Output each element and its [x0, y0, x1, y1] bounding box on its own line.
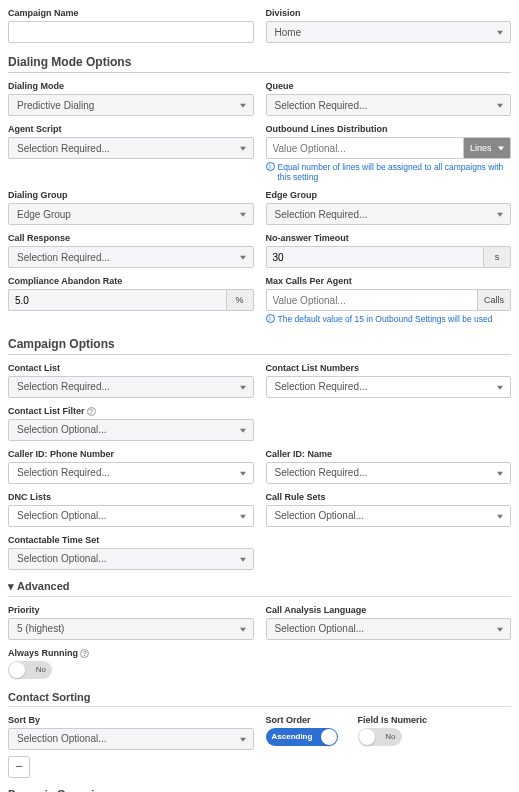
- contact-list-select[interactable]: Selection Required...: [8, 376, 254, 398]
- contactable-time-set-label: Contactable Time Set: [8, 535, 254, 545]
- queue-select[interactable]: Selection Required...: [266, 94, 512, 116]
- info-icon: i: [266, 314, 275, 323]
- no-answer-timeout-unit: s: [483, 246, 511, 268]
- division-value: Home: [275, 27, 302, 38]
- compliance-abandon-rate-unit: %: [226, 289, 254, 311]
- contactable-time-set-select[interactable]: Selection Optional...: [8, 548, 254, 570]
- caller-id-name-select[interactable]: Selection Required...: [266, 462, 512, 484]
- contact-list-filter-label: Contact List Filter?: [8, 406, 254, 416]
- contact-list-numbers-label: Contact List Numbers: [266, 363, 512, 373]
- caret-down-icon: ▾: [8, 580, 14, 593]
- info-icon: i: [266, 162, 275, 171]
- contact-sorting-header: Contact Sorting: [8, 691, 511, 707]
- dialing-group-label: Dialing Group: [8, 190, 254, 200]
- sort-by-label: Sort By: [8, 715, 254, 725]
- queue-label: Queue: [266, 81, 512, 91]
- help-icon[interactable]: ?: [87, 407, 96, 416]
- division-select[interactable]: Home: [266, 21, 512, 43]
- dialing-group-value: Edge Group: [17, 209, 71, 220]
- max-calls-per-agent-label: Max Calls Per Agent: [266, 276, 512, 286]
- dnc-lists-label: DNC Lists: [8, 492, 254, 502]
- call-analysis-language-select[interactable]: Selection Optional...: [266, 618, 512, 640]
- contact-list-numbers-select[interactable]: Selection Required...: [266, 376, 512, 398]
- outbound-lines-dist-input[interactable]: [266, 137, 464, 159]
- toggle-knob: [9, 662, 25, 678]
- advanced-header[interactable]: ▾Advanced: [8, 580, 511, 597]
- compliance-abandon-rate-label: Compliance Abandon Rate: [8, 276, 254, 286]
- outbound-lines-dist-label: Outbound Lines Distribution: [266, 124, 512, 134]
- call-rule-sets-select[interactable]: Selection Optional...: [266, 505, 512, 527]
- field-is-numeric-toggle[interactable]: No: [358, 728, 402, 746]
- queue-value: Selection Required...: [275, 100, 368, 111]
- sort-order-toggle[interactable]: Ascending: [266, 728, 338, 746]
- priority-label: Priority: [8, 605, 254, 615]
- help-icon[interactable]: ?: [80, 649, 89, 658]
- edge-group-value: Selection Required...: [275, 209, 368, 220]
- always-running-toggle[interactable]: No: [8, 661, 52, 679]
- outbound-lines-info: iEqual number of lines will be assigned …: [266, 162, 512, 182]
- dynamic-queueing-header: Dynamic Queueing: [8, 788, 511, 792]
- dialing-group-select[interactable]: Edge Group: [8, 203, 254, 225]
- field-is-numeric-label: Field Is Numeric: [358, 715, 428, 725]
- no-answer-timeout-input[interactable]: [266, 246, 484, 268]
- remove-sort-button[interactable]: –: [8, 756, 30, 778]
- edge-group-select[interactable]: Selection Required...: [266, 203, 512, 225]
- priority-select[interactable]: 5 (highest): [8, 618, 254, 640]
- max-calls-per-agent-input[interactable]: [266, 289, 477, 311]
- caller-id-phone-label: Caller ID: Phone Number: [8, 449, 254, 459]
- sort-by-select[interactable]: Selection Optional...: [8, 728, 254, 750]
- caller-id-phone-select[interactable]: Selection Required...: [8, 462, 254, 484]
- no-answer-timeout-label: No-answer Timeout: [266, 233, 512, 243]
- call-rule-sets-label: Call Rule Sets: [266, 492, 512, 502]
- dialing-mode-select[interactable]: Predictive Dialing: [8, 94, 254, 116]
- dialing-mode-label: Dialing Mode: [8, 81, 254, 91]
- always-running-label: Always Running?: [8, 648, 254, 658]
- max-calls-per-agent-unit: Calls: [477, 289, 511, 311]
- call-analysis-language-label: Call Analysis Language: [266, 605, 512, 615]
- toggle-knob: [321, 729, 337, 745]
- outbound-lines-dist-unit-select[interactable]: Lines: [463, 137, 511, 159]
- call-response-label: Call Response: [8, 233, 254, 243]
- dnc-lists-select[interactable]: Selection Optional...: [8, 505, 254, 527]
- dialing-mode-options-header: Dialing Mode Options: [8, 55, 511, 73]
- compliance-abandon-rate-input[interactable]: [8, 289, 226, 311]
- caller-id-name-label: Caller ID: Name: [266, 449, 512, 459]
- contact-list-label: Contact List: [8, 363, 254, 373]
- edge-group-label: Edge Group: [266, 190, 512, 200]
- division-label: Division: [266, 8, 512, 18]
- dialing-mode-value: Predictive Dialing: [17, 100, 94, 111]
- campaign-name-input[interactable]: [8, 21, 254, 43]
- call-response-select[interactable]: Selection Required...: [8, 246, 254, 268]
- agent-script-value: Selection Required...: [17, 143, 110, 154]
- contact-list-filter-select[interactable]: Selection Optional...: [8, 419, 254, 441]
- sort-order-label: Sort Order: [266, 715, 338, 725]
- toggle-knob: [359, 729, 375, 745]
- campaign-options-header: Campaign Options: [8, 337, 511, 355]
- agent-script-label: Agent Script: [8, 124, 254, 134]
- campaign-name-label: Campaign Name: [8, 8, 254, 18]
- call-response-value: Selection Required...: [17, 252, 110, 263]
- agent-script-select[interactable]: Selection Required...: [8, 137, 254, 159]
- max-calls-info: iThe default value of 15 in Outbound Set…: [266, 314, 512, 324]
